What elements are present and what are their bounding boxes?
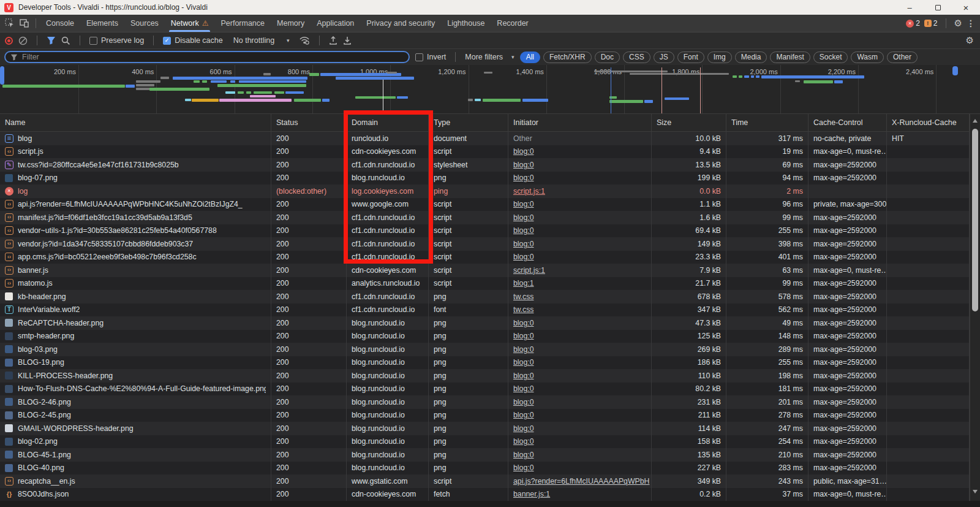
network-conditions-icon[interactable] [299, 36, 310, 45]
initiator-link[interactable]: blog:0 [513, 463, 534, 472]
filter-type-js[interactable]: JS [654, 51, 674, 63]
table-row[interactable]: smtp-header.png200blog.runcloud.iopngblo… [0, 330, 980, 343]
filter-type-all[interactable]: All [520, 51, 540, 63]
initiator-link[interactable]: api.js?render=6LfhMcIUAAAAAPqWPbH [513, 477, 649, 486]
clear-button[interactable] [18, 36, 28, 45]
tab-sources[interactable]: Sources [124, 15, 165, 32]
initiator-link[interactable]: blog:0 [513, 358, 534, 367]
table-row[interactable]: ‹›vendor~utils-1.js?id=30b553ae86281c25f… [0, 224, 980, 238]
initiator-link[interactable]: blog:0 [513, 398, 534, 406]
tab-performance[interactable]: Performance [214, 15, 271, 32]
warning-badge[interactable]: ! 2 [924, 19, 938, 28]
filter-type-fetch-xhr[interactable]: Fetch/XHR [543, 51, 592, 63]
column-header-name[interactable]: Name [0, 114, 271, 131]
settings-gear-icon[interactable]: ⚙ [954, 18, 962, 29]
table-row[interactable]: GMAIL-WORDPRESS-header.png200blog.runclo… [0, 422, 980, 435]
initiator-link[interactable]: tw.css [513, 305, 533, 314]
preserve-log-checkbox[interactable]: Preserve log [89, 36, 144, 45]
table-row[interactable]: BLOG-19.png200blog.runcloud.iopngblog:01… [0, 356, 980, 370]
tab-application[interactable]: Application [311, 15, 360, 32]
maximize-button[interactable] [924, 0, 952, 15]
initiator-link[interactable]: tw.css [513, 292, 533, 301]
scrollbar-thumb[interactable] [972, 129, 978, 311]
column-header-status[interactable]: Status [271, 114, 347, 131]
close-button[interactable]: × [952, 0, 980, 15]
filter-type-socket[interactable]: Socket [813, 51, 848, 63]
tab-recorder[interactable]: Recorder [491, 15, 534, 32]
table-row[interactable]: ‹›script.js200cdn-cookieyes.comscriptblo… [0, 145, 980, 159]
table-row[interactable]: ‹›app.cms.js?id=bc05212eeeb9f3eb498c7b96… [0, 251, 980, 264]
filter-type-manifest[interactable]: Manifest [770, 51, 810, 63]
table-row[interactable]: blog-02.png200blog.runcloud.iopngblog:01… [0, 435, 980, 449]
initiator-link[interactable]: blog:0 [513, 253, 534, 261]
initiator-link[interactable]: blog:1 [513, 279, 534, 288]
search-icon[interactable] [61, 36, 70, 45]
table-row[interactable]: BLOG-40.png200blog.runcloud.iopngblog:02… [0, 462, 980, 475]
network-settings-gear-icon[interactable]: ⚙ [966, 35, 974, 46]
filter-type-img[interactable]: Img [707, 51, 732, 63]
initiator-link[interactable]: blog:0 [513, 332, 534, 340]
table-row[interactable]: BLOG-2-45.png200blog.runcloud.iopngblog:… [0, 409, 980, 422]
initiator-link[interactable]: blog:0 [513, 451, 534, 459]
tab-memory[interactable]: Memory [271, 15, 311, 32]
initiator-link[interactable]: blog:0 [513, 437, 534, 446]
more-options-icon[interactable]: ⋮ [967, 18, 975, 28]
invert-checkbox[interactable]: Invert [415, 53, 446, 61]
initiator-link[interactable]: blog:0 [513, 372, 534, 380]
scroll-up-icon[interactable] [973, 119, 978, 123]
table-row[interactable]: ReCAPTCHA-header.png200blog.runcloud.iop… [0, 316, 980, 330]
disable-cache-checkbox[interactable]: ✓ Disable cache [163, 36, 223, 45]
initiator-link[interactable]: blog:0 [513, 213, 534, 222]
column-header-x-runcloud-cache[interactable]: X-Runcloud-Cache [887, 114, 970, 131]
column-header-initiator[interactable]: Initiator [508, 114, 652, 131]
table-row[interactable]: ‹›recaptcha__en.js200www.gstatic.comscri… [0, 475, 980, 488]
table-row[interactable]: ×log(blocked:other)log.cookieyes.comping… [0, 185, 980, 198]
initiator-link[interactable]: script.js:1 [513, 266, 545, 275]
column-header-cache-control[interactable]: Cache-Control [809, 114, 887, 131]
initiator-link[interactable]: blog:0 [513, 319, 534, 327]
initiator-link[interactable]: blog:0 [513, 173, 534, 182]
tab-lighthouse[interactable]: Lighthouse [441, 15, 491, 32]
initiator-link[interactable]: banner.js:1 [513, 490, 550, 498]
filter-toggle-icon[interactable] [47, 36, 56, 45]
table-row[interactable]: ✎tw.css?id=280ffcca4e5e1e47cf161731b9c80… [0, 158, 980, 172]
table-row[interactable]: ‹›vendor.js?id=1da347c58335107cbbd86fdde… [0, 237, 980, 251]
table-row[interactable]: ‹›matomo.js200analytics.runcloud.ioscrip… [0, 277, 980, 291]
table-row[interactable]: TInterVariable.woff2200cf1.cdn.runcloud.… [0, 303, 980, 317]
table-row[interactable]: ‹›manifest.js?id=f06df1eb3fcc19a1cc39d5a… [0, 211, 980, 224]
vertical-scrollbar[interactable] [970, 114, 980, 501]
table-row[interactable]: ≡blog200runcloud.iodocumentOther10.0 kB3… [0, 132, 980, 145]
initiator-link[interactable]: blog:0 [513, 147, 534, 156]
initiator-link[interactable]: blog:0 [513, 200, 534, 208]
initiator-link[interactable]: blog:0 [513, 161, 534, 169]
filter-type-css[interactable]: CSS [623, 51, 650, 63]
tab-network[interactable]: Network⚠ [165, 15, 215, 32]
filter-input[interactable]: Filter [4, 51, 410, 63]
filter-type-font[interactable]: Font [677, 51, 704, 63]
column-header-time[interactable]: Time [726, 114, 809, 131]
inspect-element-icon[interactable] [3, 17, 17, 30]
table-row[interactable]: blog-03.png200blog.runcloud.iopngblog:02… [0, 343, 980, 356]
filter-type-media[interactable]: Media [735, 51, 767, 63]
tab-privacy-and-security[interactable]: Privacy and security [360, 15, 441, 32]
initiator-link[interactable]: blog:0 [513, 240, 534, 248]
initiator-link[interactable]: script.js:1 [513, 187, 545, 196]
filter-type-other[interactable]: Other [887, 51, 918, 63]
initiator-link[interactable]: blog:0 [513, 411, 534, 419]
filter-type-wasm[interactable]: Wasm [851, 51, 884, 63]
table-row[interactable]: ‹›api.js?render=6LfhMcIUAAAAAPqWPbHNC4K5… [0, 198, 980, 212]
filter-type-doc[interactable]: Doc [595, 51, 620, 63]
error-badge[interactable]: × 2 [906, 19, 920, 28]
tab-console[interactable]: Console [40, 15, 80, 32]
export-har-icon[interactable] [343, 36, 352, 45]
table-row[interactable]: BLOG-2-46.png200blog.runcloud.iopngblog:… [0, 395, 980, 409]
minimize-button[interactable]: – [895, 0, 924, 15]
import-har-icon[interactable] [329, 36, 337, 45]
overview-right-grip[interactable] [952, 66, 958, 75]
column-header-size[interactable]: Size [652, 114, 726, 131]
table-row[interactable]: How-To-Flush-DNS-Cache-%E2%80%94-A-Full-… [0, 383, 980, 396]
scroll-down-icon[interactable] [973, 490, 978, 494]
table-row[interactable]: KILL-PROCESS-header.png200blog.runcloud.… [0, 369, 980, 383]
initiator-link[interactable]: blog:0 [513, 424, 534, 433]
initiator-link[interactable]: blog:0 [513, 345, 534, 354]
